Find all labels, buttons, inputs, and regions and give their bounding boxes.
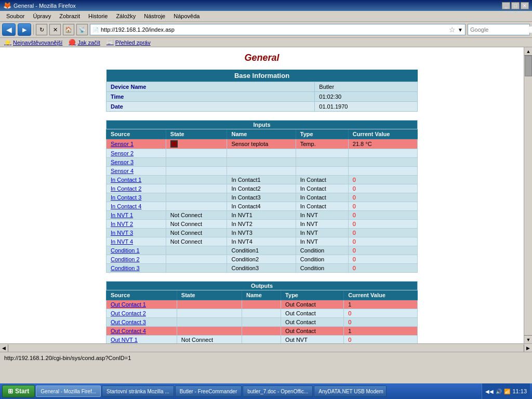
- cond3-link[interactable]: Condition 3: [111, 265, 140, 271]
- vertical-scrollbar[interactable]: ▲ ▼: [524, 47, 532, 343]
- output-value: 1: [344, 300, 418, 309]
- table-row: In Contact 4 In Contact4 In Contact 0: [107, 202, 418, 211]
- taskbar-item-1[interactable]: Startovní stránka Mozilla ...: [102, 385, 174, 397]
- col-source: Source: [107, 290, 177, 300]
- sensor1-link[interactable]: Sensor 1: [111, 141, 134, 147]
- menu-nastroje[interactable]: Nástroje: [140, 12, 169, 20]
- input-type: In NVT: [296, 237, 348, 246]
- output-value: 0: [344, 318, 418, 327]
- outcontact3-link[interactable]: Out Contact 3: [111, 319, 146, 325]
- incontact1-link[interactable]: In Contact 1: [111, 177, 141, 183]
- minimize-button[interactable]: _: [502, 2, 510, 9]
- outcontact2-link[interactable]: Out Contact 2: [111, 310, 146, 316]
- scroll-thumb[interactable]: [525, 56, 532, 76]
- table-row: In Contact 2 In Contact2 In Contact 0: [107, 184, 418, 193]
- cond1-link[interactable]: Condition 1: [111, 247, 140, 254]
- innvt4-link[interactable]: In NVT 4: [111, 238, 133, 245]
- home-button[interactable]: 🏠: [63, 24, 74, 35]
- input-state: ▪: [166, 139, 227, 149]
- incontact2-link[interactable]: In Contact 2: [111, 185, 141, 192]
- innvt1-link[interactable]: In NVT 1: [111, 212, 133, 218]
- outcontact4-link[interactable]: Out Contact 4: [111, 328, 146, 334]
- scroll-right-button[interactable]: ▶: [524, 344, 532, 352]
- table-row: Out Contact 1 Out Contact 1: [107, 300, 418, 309]
- col-value: Current Value: [344, 290, 418, 300]
- search-bar: 🔍: [468, 24, 530, 35]
- page-scroll[interactable]: General Base Information Device Name But…: [0, 47, 532, 343]
- tray-icon-3: 📶: [504, 389, 510, 394]
- innvt2-link[interactable]: In NVT 2: [111, 221, 133, 227]
- system-tray: ◀◀ 🔊 📶 11:13: [482, 383, 530, 399]
- scroll-track[interactable]: [524, 56, 532, 335]
- window-title: General - Mozilla Firefox: [14, 3, 76, 9]
- input-value: 0: [348, 237, 417, 246]
- device-name-label: Device Name: [107, 82, 315, 92]
- bookmark-star[interactable]: ☆: [449, 25, 456, 34]
- col-type: Type: [281, 290, 344, 300]
- bookmark-item-1[interactable]: ⭐ Nejnavštěvovanější: [4, 39, 62, 46]
- close-button[interactable]: ✕: [521, 2, 529, 9]
- rss-button[interactable]: 📡: [76, 24, 88, 35]
- taskbar-item-4[interactable]: AnyDATA.NET USB Modem: [314, 385, 387, 397]
- incontact4-link[interactable]: In Contact 4: [111, 203, 141, 209]
- input-type: [296, 167, 348, 176]
- menu-soubor[interactable]: Soubor: [2, 12, 29, 20]
- input-name: In NVT1: [227, 211, 296, 220]
- menu-zalozky[interactable]: Záložky: [112, 12, 140, 20]
- sensor4-link[interactable]: Sensor 4: [111, 168, 134, 174]
- search-input[interactable]: [468, 26, 532, 33]
- menu-historie[interactable]: Historie: [84, 12, 112, 20]
- input-value: 0: [348, 255, 417, 264]
- taskbar-item-0[interactable]: General - Mozilla Firef...: [36, 385, 101, 397]
- input-name: In Contact3: [227, 193, 296, 202]
- menu-zobrazit[interactable]: Zobrazit: [55, 12, 84, 20]
- status-bar: http://192.168.1.20/cgi-bin/sys/cond.asp…: [0, 352, 532, 363]
- col-type: Type: [296, 129, 348, 139]
- input-source: In Contact 1: [107, 176, 166, 184]
- input-state: [166, 264, 227, 273]
- scroll-up-button[interactable]: ▲: [524, 47, 532, 56]
- input-type: [296, 158, 348, 167]
- output-value: 1: [344, 327, 418, 336]
- input-value: 0: [348, 229, 417, 237]
- browser-window: 🦊 General - Mozilla Firefox _ □ ✕ Soubor…: [0, 0, 532, 399]
- cond2-link[interactable]: Condition 2: [111, 256, 140, 262]
- outcontact1-link[interactable]: Out Contact 1: [111, 301, 146, 308]
- stop-button[interactable]: ✕: [49, 24, 61, 35]
- input-type: [296, 149, 348, 158]
- col-name: Name: [242, 290, 281, 300]
- innvt3-link[interactable]: In NVT 3: [111, 230, 133, 236]
- taskbar-item-2[interactable]: Butler - FreeCommander: [175, 385, 242, 397]
- input-type: In Contact: [296, 202, 348, 211]
- input-state: [166, 167, 227, 176]
- incontact3-link[interactable]: In Contact 3: [111, 194, 141, 201]
- back-button[interactable]: ◀: [2, 23, 16, 36]
- sensor2-link[interactable]: Sensor 2: [111, 150, 134, 156]
- outnvt1-link[interactable]: Out NVT 1: [111, 337, 138, 343]
- table-row: Condition 2 Condition2 Condition 0: [107, 255, 418, 264]
- dropdown-arrow[interactable]: ▼: [458, 27, 463, 33]
- address-input[interactable]: [101, 26, 447, 33]
- maximize-button[interactable]: □: [511, 2, 520, 9]
- bookmark-item-3[interactable]: 📰 Přehled zpráv: [107, 39, 151, 46]
- outputs-header: Outputs: [107, 282, 418, 290]
- menu-napoveda[interactable]: Nápověda: [169, 12, 204, 20]
- input-value: [348, 167, 417, 176]
- table-row: Out Contact 4 Out Contact 1: [107, 327, 418, 336]
- bookmark-item-2[interactable]: 🔴 Jak začít: [69, 39, 100, 46]
- time-value: 01:02:30: [315, 92, 418, 102]
- reload-button[interactable]: ↻: [36, 24, 47, 35]
- start-button[interactable]: ⊞ Start: [2, 385, 35, 397]
- input-source: Sensor 1: [107, 139, 166, 149]
- windows-icon: ⊞: [8, 388, 13, 395]
- inputs-header: Inputs: [107, 121, 418, 129]
- menu-upravy[interactable]: Úpravy: [29, 12, 55, 20]
- output-name: [242, 318, 281, 327]
- horizontal-scrollbar[interactable]: ◀ ▶: [0, 343, 532, 352]
- scroll-down-button[interactable]: ▼: [524, 335, 532, 343]
- forward-button[interactable]: ▶: [18, 23, 31, 36]
- taskbar-item-3[interactable]: butler_7.doc - OpenOffic...: [243, 385, 313, 397]
- scroll-left-button[interactable]: ◀: [0, 344, 8, 352]
- date-value: 01.01.1970: [315, 102, 418, 112]
- sensor3-link[interactable]: Sensor 3: [111, 159, 134, 165]
